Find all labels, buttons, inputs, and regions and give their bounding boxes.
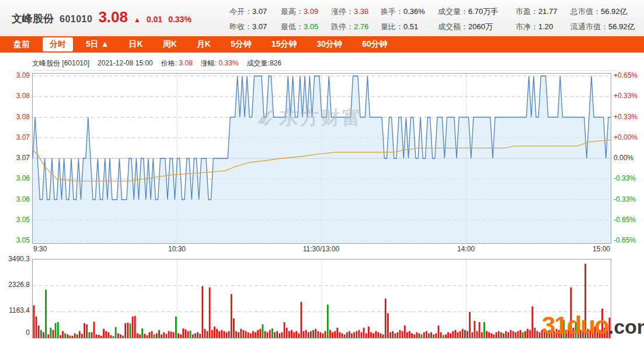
stat-0: 昨收：3.07 <box>229 22 281 32</box>
stat-1: 最高：3.09 <box>281 6 331 17</box>
tab-60分钟[interactable]: 60分钟 <box>355 37 395 51</box>
volume-tick: 3490.3 <box>0 255 30 263</box>
stat-0: 今开：3.07 <box>229 6 281 17</box>
change-value: 0.01 <box>147 15 162 24</box>
time-tick: 10:30 <box>168 245 186 253</box>
stat-6: 总市值：56.92亿 <box>570 6 644 17</box>
tab-盘前[interactable]: 盘前 <box>6 37 37 51</box>
tab-5日 ▲[interactable]: 5日 ▲ <box>79 37 116 51</box>
up-arrow-icon: ▲ <box>134 16 141 24</box>
price-tick: 3.05 <box>0 216 30 224</box>
tab-周K[interactable]: 周K <box>156 37 184 51</box>
price-chart-canvas <box>33 74 611 243</box>
stat-4: 成交额：2060万 <box>438 22 516 32</box>
time-tick: 11:30/13:00 <box>303 245 340 253</box>
time-tick: 14:00 <box>457 245 475 253</box>
change-percent: 0.33% <box>168 15 192 24</box>
tab-月K[interactable]: 月K <box>190 37 218 51</box>
stock-code: 601010 <box>60 14 92 25</box>
stock-summary: 文峰股份 601010 3.08 ▲ 0.01 0.33% <box>12 9 192 26</box>
info-volume: 成交量:826 <box>247 58 281 68</box>
stat-2: 涨停：3.38 <box>331 6 381 17</box>
current-price: 3.08 <box>98 9 128 25</box>
time-tick: 9:30 <box>33 245 47 253</box>
crosshair-info-bar: 文峰股份 [601010] 2021-12-08 15:00 价格: 3.08 … <box>32 56 616 71</box>
percent-tick: 0.00% <box>614 154 644 162</box>
time-axis: 9:3010:3011:30/13:0014:0015:00 <box>32 245 610 254</box>
percent-tick: -0.33% <box>614 195 644 203</box>
info-stock: 文峰股份 [601010] <box>32 58 89 68</box>
percent-tick: -0.65% <box>614 216 644 224</box>
percent-tick: -0.65% <box>614 236 644 244</box>
percent-tick: +0.33% <box>614 113 644 121</box>
tab-5分钟[interactable]: 5分钟 <box>224 37 259 51</box>
percent-tick: +0.00% <box>614 133 644 141</box>
tab-30分钟[interactable]: 30分钟 <box>309 37 349 51</box>
stat-4: 成交量：6.70万手 <box>438 6 516 17</box>
tab-15分钟[interactable]: 15分钟 <box>264 37 304 51</box>
price-tick: 3.08 <box>0 113 30 121</box>
volume-chart-canvas <box>33 260 611 338</box>
price-tick: 3.07 <box>0 133 30 141</box>
info-datetime: 2021-12-08 15:00 <box>98 59 153 67</box>
price-tick: 3.08 <box>0 92 30 100</box>
stat-3: 量比：0.51 <box>381 22 438 32</box>
period-tab-bar: 盘前分时5日 ▲日K周K月K5分钟15分钟30分钟60分钟 <box>0 36 644 53</box>
stat-6: 流通市值：56.92亿 <box>570 22 644 32</box>
percent-tick: -0.33% <box>614 174 644 182</box>
tab-分时[interactable]: 分时 <box>43 37 73 51</box>
site-watermark-tld: .com <box>608 316 644 338</box>
volume-tick: 1163.4 <box>0 306 30 314</box>
time-tick: 15:00 <box>593 245 610 253</box>
price-tick: 3.09 <box>0 71 30 79</box>
stat-1: 最低：3.05 <box>281 22 331 32</box>
price-tick: 3.06 <box>0 195 30 203</box>
stock-quote-page: 文峰股份 601010 3.08 ▲ 0.01 0.33% 今开：3.07最高：… <box>0 0 644 339</box>
quote-header: 文峰股份 601010 3.08 ▲ 0.01 0.33% 今开：3.07最高：… <box>0 0 644 37</box>
quote-stats-grid: 今开：3.07最高：3.09涨停：3.38换手：0.36%成交量：6.70万手市… <box>229 4 644 34</box>
volume-tick: 2326.8 <box>0 281 30 289</box>
stat-2: 跌停：2.76 <box>331 22 381 32</box>
intraday-price-chart[interactable] <box>32 73 611 244</box>
stock-name: 文峰股份 <box>12 12 54 26</box>
percent-tick: +0.65% <box>614 71 644 79</box>
price-tick: 3.05 <box>0 236 30 244</box>
price-tick: 3.06 <box>0 174 30 182</box>
volume-tick: 0 <box>0 328 30 337</box>
stat-5: 市盈：21.77 <box>516 6 570 17</box>
stat-5: 市净：1.20 <box>516 22 570 32</box>
volume-chart[interactable] <box>32 259 611 338</box>
percent-tick: +0.33% <box>614 92 644 100</box>
info-price: 价格: 3.08 <box>161 58 193 68</box>
stat-3: 换手：0.36% <box>381 6 438 17</box>
price-tick: 3.07 <box>0 154 30 162</box>
tab-日K[interactable]: 日K <box>122 37 150 51</box>
info-change: 涨幅: 0.33% <box>201 58 239 68</box>
